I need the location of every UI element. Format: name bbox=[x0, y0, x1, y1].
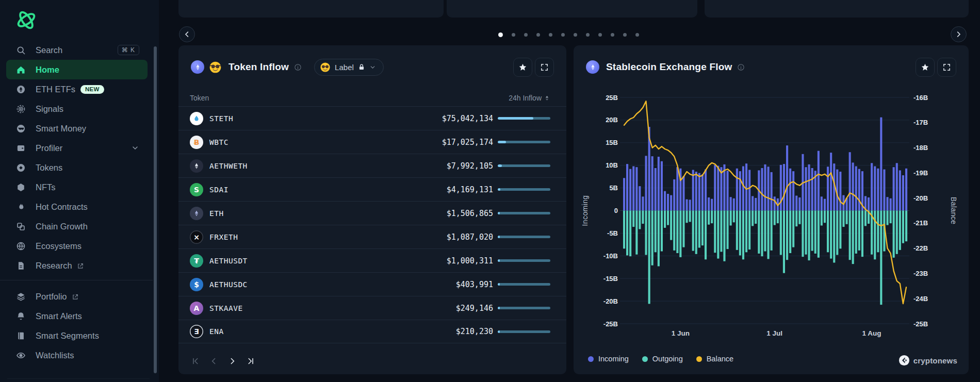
carousel-card-partial-2[interactable] bbox=[447, 0, 697, 18]
last-page-button[interactable] bbox=[246, 356, 256, 366]
token-icon-sdai: S bbox=[190, 183, 203, 196]
svg-text:1 Jul: 1 Jul bbox=[766, 329, 782, 337]
sidebar-item-smart-money[interactable]: Smart Money bbox=[0, 119, 153, 138]
token-symbol: AETHUSDC bbox=[209, 280, 248, 289]
favorite-button[interactable] bbox=[916, 58, 935, 77]
carousel-dot-3[interactable] bbox=[524, 33, 528, 37]
carousel-prev-button[interactable] bbox=[179, 26, 195, 42]
carousel-dot-4[interactable] bbox=[536, 33, 540, 37]
token-symbol: FRXETH bbox=[209, 233, 238, 241]
sidebar-item-label: Ecosystems bbox=[36, 241, 81, 251]
token-icon-steth bbox=[190, 112, 203, 125]
new-badge: NEW bbox=[80, 85, 104, 94]
token-inflow-title: Token Inflow bbox=[228, 61, 289, 73]
chain-icon bbox=[15, 221, 26, 232]
left-axis-title: Incoming bbox=[581, 195, 589, 226]
next-page-button[interactable] bbox=[227, 356, 237, 366]
x-axis-ticks: 1 Jun1 Jul1 Aug bbox=[672, 329, 881, 337]
prev-page-button[interactable] bbox=[208, 356, 219, 366]
svg-text:-15B: -15B bbox=[603, 275, 618, 283]
column-24h-inflow[interactable]: 24h Inflow bbox=[509, 94, 550, 102]
token-row-steth[interactable]: STETH$75,042,134 bbox=[178, 106, 566, 130]
info-icon[interactable] bbox=[294, 63, 302, 71]
token-symbol: ETH bbox=[209, 209, 224, 218]
sidebar-item-ecosystems[interactable]: Ecosystems bbox=[0, 236, 153, 256]
legend-item-incoming[interactable]: Incoming bbox=[588, 355, 629, 363]
sidebar-item-label: Signals bbox=[36, 104, 63, 114]
sidebar-item-nfts[interactable]: NFTs bbox=[0, 177, 153, 197]
chevron-right-icon bbox=[955, 30, 962, 38]
sidebar-item-profiler[interactable]: Profiler bbox=[0, 138, 153, 158]
sidebar-item-tokens[interactable]: Tokens bbox=[0, 158, 153, 177]
sidebar-item-signals[interactable]: Signals bbox=[0, 99, 153, 119]
token-table-header: Token 24h Inflow bbox=[190, 90, 550, 106]
app-logo[interactable] bbox=[13, 7, 39, 33]
cryptonews-watermark-text: cryptonews bbox=[913, 356, 957, 365]
carousel-dot-11[interactable] bbox=[623, 33, 627, 37]
carousel-dot-1[interactable] bbox=[498, 32, 503, 37]
info-icon[interactable] bbox=[737, 63, 745, 71]
token-row-sdai[interactable]: SSDAI$4,169,131 bbox=[178, 177, 566, 201]
legend-item-balance[interactable]: Balance bbox=[696, 355, 733, 363]
favorite-button[interactable] bbox=[513, 58, 532, 77]
carousel-card-partial-1[interactable] bbox=[178, 0, 444, 18]
legend-item-outgoing[interactable]: Outgoing bbox=[642, 355, 683, 363]
first-page-button[interactable] bbox=[190, 356, 200, 366]
sidebar-item-eth-etfs[interactable]: ETH ETFsNEW bbox=[0, 79, 153, 99]
carousel-dot-2[interactable] bbox=[512, 33, 515, 37]
external-link-icon bbox=[72, 293, 79, 300]
sidebar-divider bbox=[0, 280, 153, 280]
sidebar-item-hot-contracts[interactable]: Hot Contracts bbox=[0, 197, 153, 217]
carousel-card-partial-3[interactable] bbox=[705, 0, 969, 18]
legend-dot bbox=[588, 356, 594, 362]
expand-button[interactable] bbox=[535, 58, 554, 77]
token-row-stkaave[interactable]: ASTKAAVE$249,146 bbox=[178, 296, 566, 320]
label-filter-dropdown[interactable]: Label bbox=[314, 59, 384, 76]
token-row-aethusdc[interactable]: $AETHUSDC$403,991 bbox=[178, 272, 566, 296]
sort-icon bbox=[544, 95, 550, 102]
token-icon-aethusdc: $ bbox=[190, 278, 203, 291]
token-row-eth[interactable]: ETH$1,506,865 bbox=[178, 201, 566, 225]
token-row-aethusdt[interactable]: ₮AETHUSDT$1,000,311 bbox=[178, 248, 566, 272]
carousel-dot-7[interactable] bbox=[574, 33, 577, 37]
legend-dot bbox=[696, 356, 702, 362]
carousel-dot-10[interactable] bbox=[611, 33, 614, 37]
svg-text:20B: 20B bbox=[606, 116, 618, 124]
carousel-dot-8[interactable] bbox=[586, 33, 590, 37]
sidebar-item-home[interactable]: Home bbox=[6, 60, 148, 79]
eth-coin-icon bbox=[586, 60, 599, 74]
token-row-aethweth[interactable]: AETHWETH$7,992,105 bbox=[178, 154, 566, 177]
sidebar-item-chain-growth[interactable]: Chain Growth bbox=[0, 217, 153, 236]
token-row-frxeth[interactable]: ×FRXETH$1,087,020 bbox=[178, 225, 566, 248]
carousel-dot-5[interactable] bbox=[549, 33, 552, 37]
sidebar-item-label: NFTs bbox=[36, 182, 56, 192]
sidebar-item-watchlists[interactable]: Watchlists bbox=[0, 345, 153, 365]
carousel-dot-9[interactable] bbox=[598, 33, 602, 37]
carousel-dot-12[interactable] bbox=[635, 33, 639, 37]
chevron-down-icon[interactable] bbox=[131, 144, 139, 152]
svg-text:-19B: -19B bbox=[913, 169, 928, 177]
svg-text:-18B: -18B bbox=[913, 144, 928, 152]
expand-button[interactable] bbox=[937, 58, 956, 77]
inflow-bar bbox=[498, 212, 550, 214]
star-icon bbox=[518, 63, 527, 72]
sidebar-item-smart-segments[interactable]: Smart Segments bbox=[0, 326, 153, 345]
sidebar-item-research[interactable]: Research bbox=[0, 256, 153, 275]
sidebar-item-search[interactable]: Search⌘ K bbox=[0, 40, 153, 60]
token-row-wbtc[interactable]: ɃWBTC$17,025,174 bbox=[178, 130, 566, 154]
column-token: Token bbox=[190, 94, 209, 102]
token-row-ena[interactable]: ƎENA$210,230 bbox=[178, 320, 566, 343]
eth-coin-icon bbox=[191, 60, 204, 74]
token-icon-ena: Ǝ bbox=[190, 325, 203, 338]
cryptonews-logo-icon bbox=[899, 355, 910, 366]
left-axis-ticks: 25B20B15B10B5B0-5B-10B-15B-20B-25B bbox=[603, 94, 618, 328]
sidebar-scrollbar[interactable] bbox=[154, 46, 157, 373]
token-icon-wbtc: Ƀ bbox=[190, 136, 203, 149]
token-inflow-value: $1,000,311 bbox=[447, 256, 493, 265]
carousel-next-button[interactable] bbox=[951, 26, 967, 42]
sidebar-item-portfolio[interactable]: Portfolio bbox=[0, 287, 153, 306]
token-inflow-value: $17,025,174 bbox=[442, 138, 493, 147]
carousel-dot-6[interactable] bbox=[561, 33, 565, 37]
bell-icon bbox=[15, 311, 26, 322]
sidebar-item-smart-alerts[interactable]: Smart Alerts bbox=[0, 306, 153, 326]
